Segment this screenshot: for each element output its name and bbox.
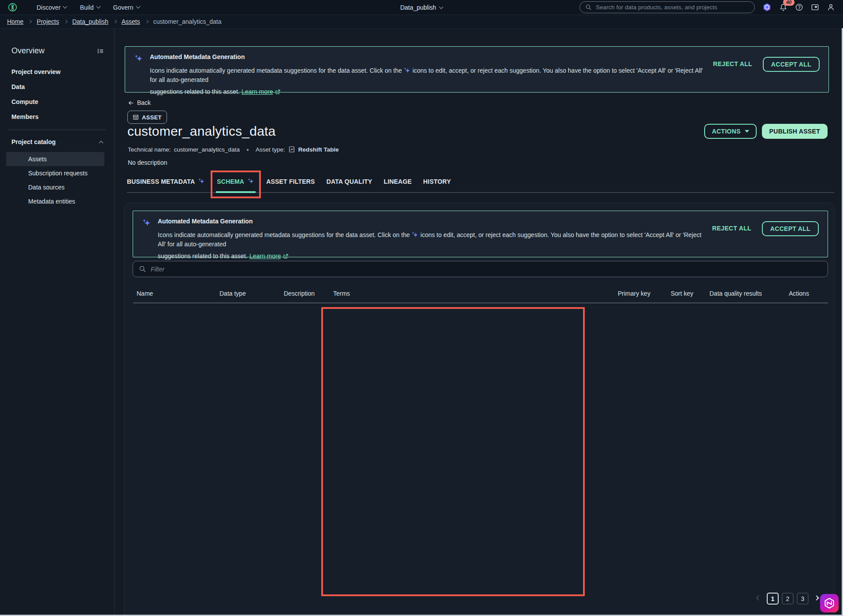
sidebar-divider [8,130,106,130]
banner-text-line2: suggestions related to this asset. [150,88,240,95]
help-icon[interactable] [795,3,803,11]
banner-title: Automated Metadata Generation [150,53,707,60]
chevron-down-icon [96,4,100,9]
nav-menu-govern-label: Govern [113,4,134,11]
nav-menu-govern[interactable]: Govern [113,4,140,11]
sidebar-item-subscription-requests[interactable]: Subscription requests [6,166,104,180]
top-navigation-bar: Discover Build Govern Data_publish 40 [0,0,843,15]
global-search[interactable] [579,1,755,13]
publish-asset-button[interactable]: PUBLISH ASSET [762,124,828,139]
breadcrumb-separator-icon [113,20,116,23]
learn-more-link[interactable]: Learn more [241,88,273,95]
chevron-up-icon [99,141,104,145]
pagination-page-2[interactable]: 2 [782,593,794,605]
banner-text: Icons indicate automatically generated m… [150,66,707,96]
sidebar-item-data-sources[interactable]: Data sources [6,180,104,194]
column-header-name: Name [137,290,219,297]
sparkle-icon [247,178,255,185]
tab-label: HISTORY [423,178,451,185]
learn-more-link[interactable]: Learn more [249,252,281,260]
breadcrumb-separator-icon [64,20,67,23]
sidebar-item-metadata-entities[interactable]: Metadata entities [6,194,104,208]
asset-type-badge: ASSET [127,111,167,124]
schema-filter-input[interactable] [151,266,822,273]
global-search-input[interactable] [596,4,749,11]
nav-menu-build-label: Build [80,4,93,11]
sidebar-item-assets[interactable]: Assets [6,152,104,166]
automated-metadata-banner: Automated Metadata Generation Icons indi… [125,46,829,93]
asset-type-label: Asset type: [256,146,285,153]
project-selector-label: Data_publish [400,4,436,11]
dot-separator: ● [246,147,249,152]
reject-all-button[interactable]: REJECT ALL [712,225,751,232]
column-header-terms: Terms [333,290,618,297]
asset-tabs: BUSINESS METADATA SCHEMA ASSET FILTERS D… [127,178,834,193]
table-icon [133,114,139,120]
chevron-down-icon [136,4,140,9]
feedback-icon[interactable] [811,3,819,11]
tab-lineage[interactable]: LINEAGE [384,178,412,185]
sidebar-item-members[interactable]: Members [0,109,114,124]
search-icon [139,265,146,273]
back-label: Back [137,99,151,106]
sidebar: Overview Project overview Data Compute M… [0,29,115,615]
pagination-page-1[interactable]: 1 [767,593,779,605]
pagination-prev-icon[interactable] [754,598,764,600]
breadcrumb: Home Projects Data_publish Assets custom… [0,15,843,29]
app-logo-icon[interactable] [8,3,17,12]
schema-table: Name Data type Description Terms Primary… [133,284,828,303]
banner-text-before: Icons indicate automatically generated m… [158,231,410,238]
page-title: customer_analytics_data [127,124,275,139]
tab-business-metadata[interactable]: BUSINESS METADATA [127,178,205,185]
asset-badge-label: ASSET [142,114,162,121]
accept-all-button[interactable]: ACCEPT ALL [762,221,819,236]
sidebar-collapse-icon[interactable] [97,47,104,55]
pagination: 1 2 3 [754,593,821,605]
notification-count-badge: 40 [783,0,795,6]
sidebar-section-project-catalog[interactable]: Project catalog [0,134,114,149]
tab-history[interactable]: HISTORY [423,178,451,185]
asset-type-value: Redshift Table [298,146,339,153]
sparkle-icon [411,231,419,239]
breadcrumb-assets[interactable]: Assets [122,18,140,25]
sidebar-item-data[interactable]: Data [0,79,114,94]
chevron-down-icon [439,4,443,9]
tab-schema[interactable]: SCHEMA [217,178,255,185]
main-content: Automated Metadata Generation Icons indi… [115,29,843,616]
nav-menu-build[interactable]: Build [80,4,100,11]
column-header-data-quality-results: Data quality results [709,290,789,297]
breadcrumb-separator-icon [28,20,32,23]
watermark-logo [820,594,839,612]
amazon-q-icon[interactable] [762,3,772,12]
tab-asset-filters[interactable]: ASSET FILTERS [266,178,315,185]
sidebar-item-project-overview[interactable]: Project overview [0,64,114,79]
nav-menu-discover[interactable]: Discover [37,4,67,11]
breadcrumb-projects[interactable]: Projects [37,18,59,25]
schema-filter[interactable] [133,261,828,277]
pagination-page-3[interactable]: 3 [797,593,809,605]
external-link-icon [283,253,289,259]
actions-button[interactable]: ACTIONS [704,124,756,139]
tab-data-quality[interactable]: DATA QUALITY [327,178,372,185]
external-link-icon [275,89,281,95]
banner-text-before: Icons indicate automatically generated m… [150,67,402,74]
breadcrumb-home[interactable]: Home [7,18,23,25]
sparkle-icon [142,218,152,250]
sidebar-section-label: Project catalog [11,138,56,145]
breadcrumb-separator-icon [145,20,148,23]
reject-all-button[interactable]: REJECT ALL [713,60,752,67]
caret-down-icon [745,130,749,133]
notifications-bell-icon[interactable]: 40 [779,3,787,11]
tab-label: BUSINESS METADATA [127,178,195,185]
user-profile-icon[interactable] [827,3,835,11]
technical-name-value: customer_analytics_data [174,146,240,153]
accept-all-button[interactable]: ACCEPT ALL [763,57,820,72]
breadcrumb-data-publish[interactable]: Data_publish [72,18,108,25]
tab-label: LINEAGE [384,178,412,185]
back-link[interactable]: Back [128,99,151,106]
banner-text-line2: suggestions related to this asset. [158,252,248,260]
project-selector-dropdown[interactable]: Data_publish [400,0,443,15]
redshift-table-icon [288,146,295,153]
sidebar-item-compute[interactable]: Compute [0,94,114,109]
tab-label: SCHEMA [217,178,244,185]
